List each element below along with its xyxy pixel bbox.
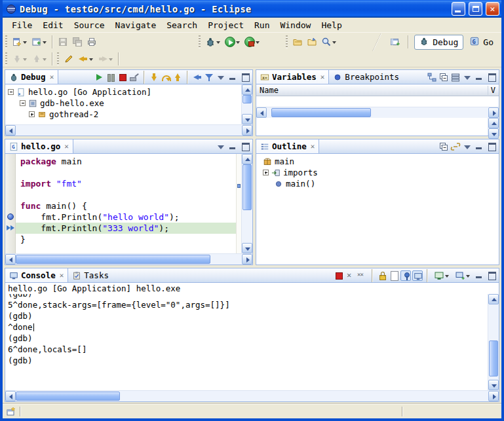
maximize-window-button[interactable] bbox=[469, 2, 482, 16]
show-logical-structures-button[interactable] bbox=[427, 72, 437, 82]
minimize-view-button[interactable] bbox=[474, 270, 485, 280]
new-menu-button[interactable] bbox=[29, 34, 49, 50]
open-folder-button[interactable] bbox=[305, 34, 319, 50]
drop-to-frame-button[interactable] bbox=[192, 72, 203, 82]
debug-dropdown-button[interactable] bbox=[203, 34, 223, 50]
scrollbar-thumb[interactable] bbox=[489, 340, 498, 376]
editor-horizontal-scrollbar[interactable] bbox=[5, 253, 252, 265]
scroll-left-icon[interactable] bbox=[5, 254, 16, 265]
clear-console-button[interactable] bbox=[389, 270, 399, 281]
toolbar-drag-handle[interactable] bbox=[286, 35, 288, 48]
link-with-editor-button[interactable] bbox=[450, 141, 461, 152]
scroll-right-icon[interactable] bbox=[242, 254, 252, 265]
variables-table-body[interactable] bbox=[256, 96, 499, 107]
view-menu-button[interactable] bbox=[216, 141, 226, 152]
maximize-view-button[interactable] bbox=[486, 270, 497, 280]
expand-handle-icon[interactable] bbox=[29, 111, 35, 117]
toolbar-drag-handle[interactable] bbox=[199, 35, 201, 48]
close-icon[interactable]: ✕ bbox=[48, 73, 54, 81]
scroll-up-icon[interactable] bbox=[488, 118, 499, 128]
last-edit-location-button[interactable] bbox=[62, 51, 76, 67]
outline-tree[interactable]: main imports main() bbox=[256, 154, 499, 265]
collapse-handle-icon[interactable] bbox=[20, 100, 26, 106]
scroll-right-icon[interactable] bbox=[488, 391, 499, 401]
close-icon[interactable]: ✕ bbox=[319, 73, 325, 81]
new-wizard-button[interactable] bbox=[10, 34, 29, 50]
scrollbar-thumb[interactable] bbox=[242, 95, 252, 103]
toolbar-drag-handle[interactable] bbox=[5, 35, 7, 48]
perspective-go-button[interactable]: G Go bbox=[466, 35, 497, 50]
expand-handle-icon[interactable] bbox=[263, 170, 269, 175]
scrollbar-thumb[interactable] bbox=[242, 164, 252, 210]
outline-item-imports[interactable]: imports bbox=[263, 167, 499, 178]
code-area[interactable]: package main import "fmt" func main() { … bbox=[16, 154, 236, 253]
menu-source[interactable]: Source bbox=[69, 19, 110, 31]
open-file-button[interactable] bbox=[290, 34, 305, 50]
minimize-view-button[interactable] bbox=[474, 141, 485, 151]
eclipse-logo-icon[interactable] bbox=[6, 4, 16, 14]
close-icon[interactable]: ✕ bbox=[309, 142, 315, 151]
scroll-left-icon[interactable] bbox=[5, 391, 16, 401]
minimize-view-button[interactable] bbox=[227, 72, 239, 82]
search-button[interactable] bbox=[319, 34, 339, 50]
tab-breakpoints[interactable]: Breakpoints bbox=[329, 70, 403, 84]
breakpoint-marker-icon[interactable] bbox=[6, 212, 14, 221]
editor-vertical-scrollbar[interactable] bbox=[241, 154, 252, 253]
scroll-down-icon[interactable] bbox=[488, 380, 499, 390]
tab-tasks[interactable]: Tasks bbox=[68, 268, 113, 282]
maximize-view-button[interactable] bbox=[486, 141, 497, 151]
collapse-handle-icon[interactable] bbox=[8, 89, 14, 95]
scroll-lock-button[interactable] bbox=[377, 270, 387, 281]
scroll-down-icon[interactable] bbox=[488, 128, 499, 139]
menu-search[interactable]: Search bbox=[161, 19, 203, 31]
tab-editor-hello-go[interactable]: G hello.go ✕ bbox=[5, 139, 73, 153]
tab-variables[interactable]: x= Variables ✕ bbox=[256, 70, 329, 84]
resume-button[interactable] bbox=[94, 72, 104, 82]
maximize-view-button[interactable] bbox=[486, 72, 497, 82]
outline-item-package[interactable]: main bbox=[263, 156, 499, 167]
forward-button[interactable] bbox=[96, 51, 115, 67]
debug-horizontal-scrollbar[interactable] bbox=[5, 124, 252, 136]
step-over-button[interactable] bbox=[161, 72, 171, 82]
titlebar[interactable]: Debug - testGo/src/cmd/hello.go - Eclips… bbox=[3, 0, 501, 18]
variables-detail-pane[interactable] bbox=[256, 118, 499, 136]
disconnect-button[interactable] bbox=[129, 72, 140, 82]
console-vertical-scrollbar[interactable] bbox=[488, 294, 499, 390]
terminate-button[interactable] bbox=[334, 270, 344, 281]
menu-edit[interactable]: Edit bbox=[37, 19, 68, 31]
back-button[interactable] bbox=[76, 51, 96, 67]
collapse-all-button[interactable] bbox=[438, 141, 449, 152]
tree-row-launch[interactable]: hello.go [Go Application] bbox=[8, 86, 241, 98]
tree-row-thread[interactable]: gothread-2 bbox=[8, 109, 241, 120]
print-button[interactable] bbox=[85, 34, 99, 50]
scrollbar-thumb[interactable] bbox=[16, 392, 120, 401]
pin-console-button[interactable] bbox=[400, 270, 411, 281]
toolbar-drag-handle[interactable] bbox=[57, 52, 59, 65]
debug-vertical-scrollbar[interactable] bbox=[241, 84, 252, 124]
fast-view-button[interactable] bbox=[6, 407, 16, 417]
step-into-button[interactable] bbox=[149, 72, 159, 82]
scroll-right-icon[interactable] bbox=[488, 107, 499, 118]
scroll-down-icon[interactable] bbox=[242, 243, 252, 253]
editor-marker-ruler[interactable] bbox=[5, 154, 16, 253]
menu-help[interactable]: Help bbox=[316, 19, 347, 31]
tab-outline[interactable]: Outline ✕ bbox=[256, 139, 319, 153]
view-menu-button[interactable] bbox=[462, 141, 473, 152]
menu-run[interactable]: Run bbox=[249, 19, 275, 31]
display-console-button[interactable] bbox=[432, 270, 452, 282]
outline-item-main-func[interactable]: main() bbox=[263, 178, 499, 189]
step-return-button[interactable] bbox=[172, 72, 183, 82]
previous-annotation-button[interactable] bbox=[29, 51, 49, 67]
scroll-up-icon[interactable] bbox=[242, 84, 252, 95]
menu-project[interactable]: Project bbox=[203, 19, 249, 31]
view-menu-button[interactable] bbox=[216, 72, 226, 82]
overview-ruler[interactable] bbox=[236, 154, 241, 253]
scrollbar-thumb[interactable] bbox=[271, 108, 371, 117]
minimize-view-button[interactable] bbox=[227, 141, 239, 151]
minimize-window-button[interactable] bbox=[452, 2, 465, 16]
detail-vertical-scrollbar[interactable] bbox=[488, 118, 499, 136]
menu-navigate[interactable]: Navigate bbox=[110, 19, 162, 31]
scrollbar-thumb[interactable] bbox=[16, 255, 210, 264]
suspend-button[interactable] bbox=[106, 72, 116, 82]
scroll-right-icon[interactable] bbox=[242, 125, 252, 136]
